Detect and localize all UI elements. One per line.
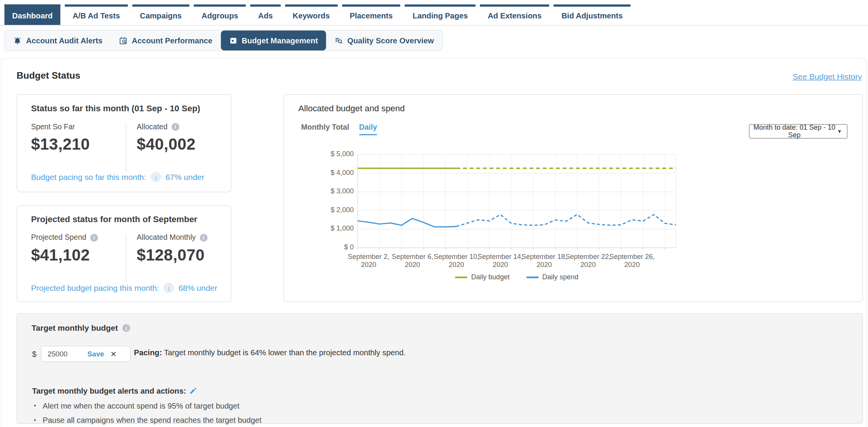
allocated-value: $40,002 [137,135,195,153]
alert-item: Alert me when the account spend is 95% o… [33,401,262,410]
page-title: Budget Status [16,70,80,81]
top-nav-tabs: DashboardA/B Ad TestsCampaignsAdgroupsAd… [5,5,631,25]
sub-tab-quality-score-overview[interactable]: Quality Score Overview [326,30,442,50]
sub-tab-label: Account Audit Alerts [26,36,103,45]
status-card-title: Status so far this month (01 Sep - 10 Se… [31,104,200,114]
info-icon[interactable]: i [90,234,98,241]
x-axis-label: September 6,2020 [387,253,438,269]
projected-pacing-value: 68% under [179,284,217,292]
budget-pacing-row: Budget pacing so far this month: ↓ 67% u… [31,172,204,182]
legend-swatch [455,276,467,278]
bell-icon [13,36,22,45]
y-axis-label: $ 0 [305,243,354,251]
pacing-label: Pacing: [134,348,162,357]
projected-spend-label: Projected Spend [31,233,86,242]
calendar-search-icon [119,36,128,45]
projected-spend-value: $41,102 [31,246,98,264]
budget-pacing-label: Budget pacing so far this month: [31,173,146,181]
target-budget-title: Target monthly budget [31,324,118,333]
legend-item-daily-budget: Daily budget [455,273,509,281]
nav-tab-bid-adjustments[interactable]: Bid Adjustments [554,5,630,25]
allocated-metric: Allocated i $40,002 [137,122,195,153]
nav-tab-ads[interactable]: Ads [250,5,281,25]
nav-tab-adgroups[interactable]: Adgroups [194,5,246,25]
tab-monthly-total[interactable]: Monthly Total [301,123,349,135]
top-nav-bar: DashboardA/B Ad TestsCampaignsAdgroupsAd… [0,0,868,25]
nav-tab-campaigns[interactable]: Campaigns [132,5,189,25]
sub-tab-account-performance[interactable]: Account Performance [111,30,221,50]
save-button[interactable]: Save [87,350,104,358]
allocated-monthly-label: Allocated Monthly [137,233,196,242]
projected-pacing-label: Projected budget pacing this month: [31,284,159,292]
projected-spend-metric: Projected Spend i $41,102 [31,233,98,264]
y-axis-label: $ 3,000 [305,188,354,195]
x-axis-label: September 2,2020 [343,253,394,269]
dashboard-sub-tabs: Account Audit AlertsAccount PerformanceB… [5,30,443,51]
date-range-value: Month to date: 01 Sep - 10 Sep [750,124,837,139]
card-divider [126,234,126,283]
info-icon[interactable]: i [122,324,130,332]
date-range-dropdown[interactable]: Month to date: 01 Sep - 10 Sep ▼ [749,124,847,139]
target-monthly-budget-panel: Target monthly budget i $ Save ✕ Pacing:… [16,313,863,424]
x-axis-label: September 26,2020 [607,253,658,269]
sub-tab-label: Budget Management [242,36,318,45]
down-arrow-icon: ↓ [164,283,174,293]
chart-title: Allocated budget and spend [299,104,405,114]
y-axis-label: $ 2,000 [305,206,354,214]
currency-symbol: $ [32,350,36,358]
projected-card-title: Projected status for month of September [31,214,197,224]
info-icon[interactable]: i [200,234,207,241]
spent-so-far-value: $13,210 [31,135,90,153]
legend-item-daily-spend: Daily spend [526,273,578,281]
sub-tab-label: Quality Score Overview [347,36,434,45]
legend-label: Daily spend [542,273,578,281]
chart-legend: Daily budgetDaily spend [358,273,676,281]
chevron-down-icon: ▼ [837,129,847,134]
spent-so-far-label: Spent So Far [31,122,75,131]
see-budget-history-link[interactable]: See Budget History [793,72,862,81]
alerts-title: Target monthly budget alerts and actions… [32,386,186,395]
close-icon[interactable]: ✕ [110,350,117,358]
info-icon[interactable]: i [171,123,179,130]
pacing-sentence: Pacing: Target monthly budget is 64% low… [134,348,406,357]
allocated-monthly-metric: Allocated Monthly i $128,070 [137,233,207,264]
nav-tab-a-b-ad-tests[interactable]: A/B Ad Tests [65,5,128,25]
y-axis-label: $ 5,000 [305,150,354,158]
budget-icon [229,36,238,45]
x-axis-label: September 10,2020 [431,253,482,269]
nav-tab-keywords[interactable]: Keywords [285,5,338,25]
spent-so-far-metric: Spent So Far $13,210 [31,122,90,153]
y-axis-label: $ 4,000 [305,169,354,176]
legend-swatch [526,276,538,278]
allocated-label: Allocated [137,122,167,131]
card-divider [126,124,126,172]
edit-pencil-icon[interactable] [189,387,197,394]
x-axis-label: September 18,2020 [519,253,570,269]
alert-item: Pause all campaigns when the spend reach… [33,415,262,424]
target-budget-input[interactable] [41,349,83,359]
status-so-far-card: Status so far this month (01 Sep - 10 Se… [16,94,231,193]
budget-dashboard: DashboardA/B Ad TestsCampaignsAdgroupsAd… [0,0,868,427]
nav-tab-ad-extensions[interactable]: Ad Extensions [480,5,549,25]
allocated-budget-chart-card: Allocated budget and spend Monthly Total… [284,94,863,302]
sub-tab-label: Account Performance [132,36,212,45]
legend-label: Daily budget [471,273,509,281]
nav-tab-dashboard[interactable]: Dashboard [5,5,61,25]
nav-tab-landing-pages[interactable]: Landing Pages [405,5,476,25]
alerts-list: Alert me when the account spend is 95% o… [33,401,262,427]
quality-score-icon [335,36,343,45]
pacing-text: Target monthly budget is 64% lower than … [164,348,406,357]
chart-view-tabs: Monthly Total Daily [301,123,377,135]
target-budget-inputbox: Save ✕ [41,346,131,362]
x-axis-label: September 14,2020 [475,253,526,269]
allocated-monthly-value: $128,070 [137,246,207,264]
sub-tab-account-audit-alerts[interactable]: Account Audit Alerts [5,30,111,50]
projected-status-card: Projected status for month of September … [16,205,231,302]
budget-pacing-value: 67% under [166,173,204,181]
x-axis-label: September 22,2020 [563,253,614,269]
projected-pacing-row: Projected budget pacing this month: ↓ 68… [31,283,217,293]
nav-tab-placements[interactable]: Placements [342,5,400,25]
y-axis-label: $ 1,000 [305,225,354,232]
tab-daily[interactable]: Daily [359,123,377,135]
sub-tab-budget-management[interactable]: Budget Management [221,30,326,50]
